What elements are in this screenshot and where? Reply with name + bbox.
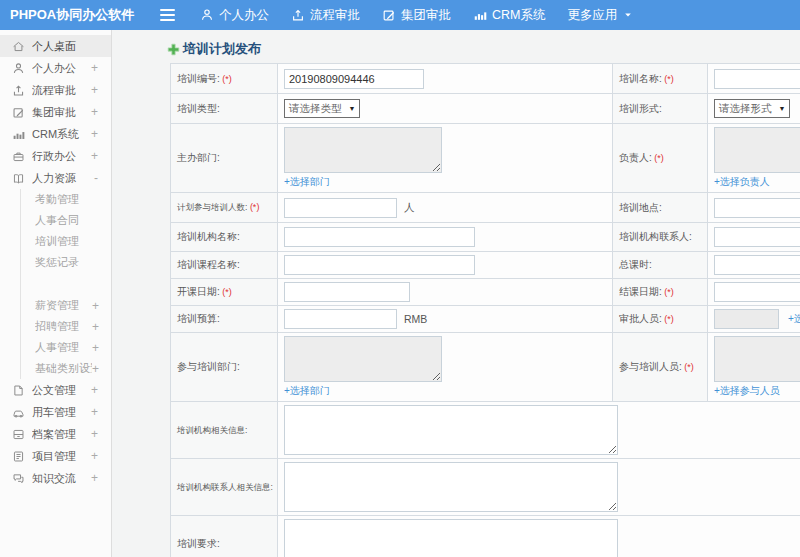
sidebar-item-2[interactable]: 流程审批+ — [0, 79, 111, 101]
field-label-cell: 计划参与培训人数: (*) — [171, 193, 278, 223]
topnav-item-1[interactable]: 流程审批 — [280, 0, 371, 30]
field-label-cell: 培训机构联系人: — [613, 223, 708, 252]
field-label: 主办部门: — [177, 152, 220, 163]
expand-plus-icon: + — [91, 405, 98, 419]
field-label-cell: 负责人: (*) — [613, 124, 708, 193]
training_type-select-value: 请选择类型 — [289, 102, 342, 116]
approver-select-link[interactable]: +选择审批人员 — [788, 313, 800, 324]
field-label: 总课时: — [619, 259, 652, 270]
form-row-4: 培训机构名称:培训机构联系人: — [171, 223, 800, 252]
leader-field-cell: +选择负责人 — [708, 124, 800, 193]
form-row-3: 计划参与培训人数: (*)人培训地点: — [171, 193, 800, 223]
topnav-item-2[interactable]: 集团审批 — [371, 0, 462, 30]
expand-plus-icon: + — [92, 341, 99, 355]
sidebar-item-17[interactable]: 档案管理+ — [0, 423, 111, 445]
budget-input[interactable] — [284, 309, 397, 329]
sidebar-item-label: CRM系统 — [32, 127, 91, 142]
training_type-select[interactable]: 请选择类型▼ — [284, 99, 360, 118]
sidebar-item-5[interactable]: 行政办公+ — [0, 145, 111, 167]
budget-field-cell: RMB — [278, 306, 613, 333]
field-label: 培训名称: — [619, 73, 662, 84]
sidebar-item-4[interactable]: CRM系统+ — [0, 123, 111, 145]
org_contact_info-field-cell — [278, 459, 800, 516]
sidebar-item-7[interactable]: 考勤管理 — [20, 189, 111, 210]
training_name-input[interactable] — [714, 69, 800, 89]
expand-plus-icon: + — [91, 427, 98, 441]
field-label: 参与培训人员: — [619, 361, 682, 372]
field-label: 培训机构名称: — [177, 231, 240, 242]
sidebar-item-8[interactable]: 人事合同 — [20, 210, 111, 231]
training_form-select[interactable]: 请选择形式▼ — [714, 99, 790, 118]
sidebar-item-3[interactable]: 集团审批+ — [0, 101, 111, 123]
field-label: 培训地点: — [619, 202, 662, 213]
training_form-field-cell: 请选择形式▼ — [708, 94, 800, 124]
archive-icon — [12, 428, 25, 441]
join_members-textarea[interactable] — [714, 336, 800, 382]
field-label-cell: 培训要求: — [171, 516, 278, 557]
sidebar-item-9[interactable]: 培训管理 — [20, 231, 111, 252]
car-icon — [12, 406, 25, 419]
field-label-cell: 培训类型: — [171, 94, 278, 124]
caret-down-icon: ▼ — [779, 105, 786, 112]
org_contact-field-cell — [708, 223, 800, 252]
required-marker: (*) — [220, 287, 232, 297]
course_name-input[interactable] — [284, 255, 475, 275]
total_hours-input[interactable] — [714, 255, 800, 275]
sidebar-item-label: 行政办公 — [32, 149, 91, 164]
sidebar-item-10[interactable]: 奖惩记录 — [20, 252, 111, 273]
field-label-cell: 培训预算: — [171, 306, 278, 333]
sidebar-item-14[interactable]: 基础类别设置+ — [20, 358, 111, 379]
join_depts-textarea[interactable] — [284, 336, 442, 382]
sidebar-item-13[interactable]: 人事管理+ — [20, 337, 111, 358]
topnav-item-0[interactable]: 个人办公 — [189, 0, 280, 30]
leader-textarea[interactable] — [714, 127, 800, 173]
form-row-8: 参与培训部门:+选择部门参与培训人员: (*)+选择参与人员 — [171, 333, 800, 402]
total_hours-field-cell — [708, 252, 800, 279]
org_contact-input[interactable] — [714, 227, 800, 247]
field-label-cell: 培训编号: (*) — [171, 64, 278, 94]
host_dept-select-link[interactable]: +选择部门 — [284, 176, 330, 187]
field-label-cell: 培训课程名称: — [171, 252, 278, 279]
course_name-field-cell — [278, 252, 613, 279]
org_name-input[interactable] — [284, 227, 475, 247]
briefcase-icon — [12, 150, 25, 163]
sidebar-item-18[interactable]: 项目管理+ — [0, 445, 111, 467]
topnav-item-3[interactable]: CRM系统 — [462, 0, 556, 30]
join_members-link-row: +选择参与人员 — [714, 384, 800, 398]
sidebar-item-11[interactable]: 薪资管理+ — [20, 273, 111, 316]
location-input[interactable] — [714, 198, 800, 218]
sidebar-item-15[interactable]: 公文管理+ — [0, 379, 111, 401]
sidebar-item-label: 项目管理 — [32, 449, 91, 464]
field-label: 培训类型: — [177, 103, 220, 114]
join_depts-field-cell: +选择部门 — [278, 333, 613, 402]
planned_count-input[interactable] — [284, 198, 397, 218]
join_members-field-cell: +选择参与人员 — [708, 333, 800, 402]
sidebar-item-16[interactable]: 用车管理+ — [0, 401, 111, 423]
start_date-input[interactable] — [284, 282, 410, 302]
host_dept-textarea[interactable] — [284, 127, 442, 173]
hamburger-menu-icon[interactable] — [160, 9, 175, 21]
sidebar-item-19[interactable]: 知识交流+ — [0, 467, 111, 489]
training_no-input[interactable] — [284, 69, 424, 89]
approver-input[interactable] — [714, 309, 779, 329]
sidebar-item-1[interactable]: 个人办公+ — [0, 57, 111, 79]
expand-plus-icon: + — [91, 471, 98, 485]
join_members-select-link[interactable]: +选择参与人员 — [714, 385, 780, 396]
sidebar-item-6[interactable]: 人力资源- — [0, 167, 111, 189]
sidebar: 个人桌面个人办公+流程审批+集团审批+CRM系统+行政办公+人力资源-考勤管理人… — [0, 30, 112, 557]
sidebar-item-12[interactable]: 招聘管理+ — [20, 316, 111, 337]
join_depts-select-link[interactable]: +选择部门 — [284, 385, 330, 396]
field-label: 开课日期: — [177, 286, 220, 297]
field-label: 培训形式: — [619, 103, 662, 114]
topnav-item-label: 流程审批 — [310, 7, 360, 24]
field-label: 审批人员: — [619, 313, 662, 324]
form-row-5: 培训课程名称:总课时: — [171, 252, 800, 279]
end_date-input[interactable] — [714, 282, 800, 302]
requirements-textarea[interactable] — [284, 519, 618, 557]
sidebar-item-0[interactable]: 个人桌面 — [0, 35, 111, 57]
org_info-textarea[interactable] — [284, 405, 618, 455]
requirements-field-cell — [278, 516, 800, 557]
org_contact_info-textarea[interactable] — [284, 462, 618, 512]
topnav-item-4[interactable]: 更多应用 — [556, 0, 644, 30]
leader-select-link[interactable]: +选择负责人 — [714, 176, 770, 187]
